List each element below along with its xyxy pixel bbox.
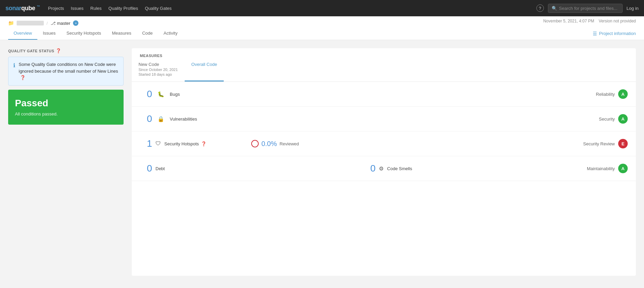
- codesmells-label[interactable]: Code Smells: [387, 166, 412, 171]
- quality-profiles-link[interactable]: Quality Profiles: [108, 6, 138, 11]
- reviewed-circle-icon: [251, 140, 259, 147]
- vulnerabilities-icon: 🔒: [158, 116, 164, 122]
- hotspot-help-icon[interactable]: ❓: [201, 141, 206, 146]
- issues-link[interactable]: Issues: [71, 6, 84, 11]
- search-input[interactable]: [559, 6, 619, 11]
- project-information-label: Project information: [599, 31, 636, 36]
- projects-link[interactable]: Projects: [48, 6, 64, 11]
- sonarqube-logo[interactable]: sonarqube ™: [5, 5, 40, 12]
- folder-icon: 📁: [8, 20, 14, 26]
- security-review-label: Security Review: [583, 141, 615, 146]
- tab-code[interactable]: Code: [137, 27, 158, 40]
- hotspot-right: Security Review E: [583, 139, 628, 148]
- notice-text: Some Quality Gate conditions on New Code…: [19, 61, 118, 81]
- hotspots-label[interactable]: Security Hotspots: [164, 141, 199, 146]
- rules-link[interactable]: Rules: [90, 6, 102, 11]
- codesmells-icon: ⚙: [379, 165, 384, 172]
- notice-help-link[interactable]: ❓: [20, 75, 25, 80]
- project-timestamp: November 5, 2021, 4:07 PM: [543, 19, 594, 23]
- maintainability-right: Maintainability A: [587, 164, 628, 173]
- logo-text: sonarqube ™: [5, 5, 40, 12]
- search-icon: 🔍: [552, 6, 557, 11]
- search-box[interactable]: 🔍: [548, 4, 623, 13]
- tab-activity[interactable]: Activity: [158, 27, 183, 40]
- hotspots-row: 1 🛡 Security Hotspots ❓ 0.0% Reviewed Se…: [132, 131, 636, 156]
- bugs-right: Reliability A: [596, 89, 628, 99]
- project-tabs: Overview Issues Security Hotspots Measur…: [8, 27, 183, 40]
- vulnerabilities-row: 0 🔒 Vulnerabilities Security A: [132, 107, 636, 131]
- project-breadcrumb: 📁 / ⎇ master +: [8, 16, 78, 26]
- tab-security-hotspots[interactable]: Security Hotspots: [61, 27, 107, 40]
- quality-gate-help-icon[interactable]: ❓: [56, 48, 61, 53]
- reviewed-group: 0.0% Reviewed: [251, 140, 299, 148]
- maintainability-grade: A: [618, 164, 628, 173]
- security-grade: A: [618, 114, 628, 124]
- vulnerabilities-label[interactable]: Vulnerabilities: [170, 116, 197, 122]
- measures-section-label: MEASURES: [132, 48, 636, 58]
- help-button[interactable]: ?: [536, 4, 544, 12]
- reviewed-pct: 0.0%: [261, 140, 277, 148]
- maintainability-label: Maintainability: [587, 166, 615, 171]
- project-name: [17, 21, 44, 25]
- bugs-row: 0 🐛 Bugs Reliability A: [132, 82, 636, 107]
- vulnerabilities-right: Security A: [599, 114, 628, 124]
- right-panel: MEASURES New Code Since October 20, 2021…: [132, 48, 636, 276]
- security-label: Security: [599, 116, 615, 122]
- debt-label[interactable]: Debt: [155, 166, 165, 171]
- login-button[interactable]: Log in: [627, 6, 639, 11]
- quality-gate-notice: ℹ Some Quality Gate conditions on New Co…: [8, 57, 124, 86]
- topnav-right: ? 🔍 Log in: [536, 4, 639, 13]
- passed-subtitle: All conditions passed.: [15, 111, 117, 116]
- branch-icon: ⎇: [51, 21, 56, 26]
- tab-issues[interactable]: Issues: [37, 27, 61, 40]
- reliability-grade: A: [618, 89, 628, 99]
- vulnerabilities-value[interactable]: 0: [140, 113, 152, 124]
- add-branch-button[interactable]: +: [73, 20, 78, 26]
- quality-gate-section-label: QUALITY GATE STATUS ❓: [8, 48, 124, 53]
- debt-codesmells-row: 0 Debt 0 ⚙ Code Smells Maintainability A: [132, 156, 636, 181]
- tab-measures[interactable]: Measures: [107, 27, 137, 40]
- passed-box: Passed All conditions passed.: [8, 90, 124, 125]
- hotspots-value[interactable]: 1: [140, 138, 152, 149]
- bugs-icon: 🐛: [158, 91, 164, 97]
- tab-overall-code[interactable]: Overall Code: [185, 58, 224, 82]
- project-meta: November 5, 2021, 4:07 PM Version not pr…: [543, 19, 636, 23]
- top-navigation: sonarqube ™ Projects Issues Rules Qualit…: [0, 0, 644, 16]
- passed-title: Passed: [15, 98, 117, 109]
- left-panel: QUALITY GATE STATUS ❓ ℹ Some Quality Gat…: [8, 48, 124, 276]
- reviewed-label: Reviewed: [279, 141, 299, 146]
- project-tabs-row: Overview Issues Security Hotspots Measur…: [8, 26, 636, 40]
- measures-tabs: New Code Since October 20, 2021 Started …: [132, 58, 636, 82]
- hotspot-icon: 🛡: [155, 141, 161, 147]
- tab-new-code[interactable]: New Code Since October 20, 2021 Started …: [132, 58, 185, 82]
- bugs-label[interactable]: Bugs: [170, 92, 180, 97]
- branch-name: master: [57, 21, 71, 26]
- list-icon: ☰: [593, 31, 597, 36]
- branch-badge: ⎇ master: [51, 21, 71, 26]
- codesmells-group: 0 ⚙ Code Smells: [363, 163, 587, 174]
- bugs-value[interactable]: 0: [140, 89, 152, 100]
- security-review-grade: E: [618, 139, 628, 148]
- info-icon: ℹ: [13, 61, 15, 81]
- new-code-tab-sub1: Since October 20, 2021: [139, 68, 178, 72]
- debt-group: 0 Debt: [140, 163, 363, 174]
- debt-value[interactable]: 0: [140, 163, 152, 174]
- nav-links: Projects Issues Rules Quality Profiles Q…: [48, 5, 172, 11]
- project-version: Version not provided: [599, 19, 636, 23]
- codesmells-value[interactable]: 0: [363, 163, 375, 174]
- quality-gates-link[interactable]: Quality Gates: [145, 6, 172, 11]
- reliability-label: Reliability: [596, 92, 615, 97]
- hotspot-left: 1 🛡 Security Hotspots ❓: [140, 138, 206, 149]
- project-header: 📁 / ⎇ master + November 5, 2021, 4:07 PM…: [0, 16, 644, 40]
- project-information-link[interactable]: ☰ Project information: [593, 31, 636, 36]
- tab-overview[interactable]: Overview: [8, 27, 37, 40]
- main-content: QUALITY GATE STATUS ❓ ℹ Some Quality Gat…: [0, 40, 644, 284]
- new-code-tab-sub2: Started 18 days ago: [139, 72, 178, 76]
